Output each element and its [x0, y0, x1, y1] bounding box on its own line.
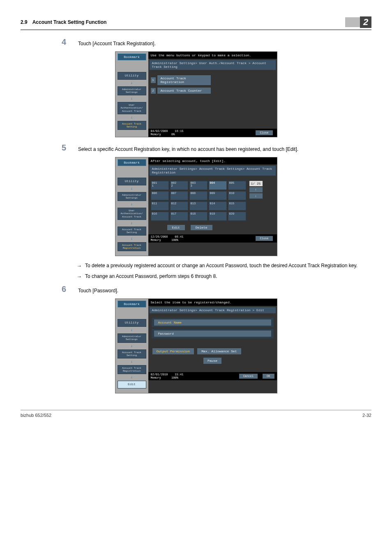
- password-button[interactable]: Password: [154, 331, 271, 337]
- footer-time: 15:41: [175, 373, 183, 376]
- footer-memory-label: Memory: [151, 133, 161, 136]
- account-cell[interactable]: 011: [151, 201, 169, 210]
- status-bar: 12/26/2008 08:41 Memory 100% Close: [148, 234, 277, 243]
- chevron-down-icon: ↓: [118, 344, 146, 348]
- chevron-down-icon: ↓: [118, 116, 146, 120]
- page-down-button[interactable]: ↓: [249, 193, 263, 199]
- sidebar-item-account-track-setting[interactable]: Account Track Setting: [118, 349, 146, 358]
- chapter-number: 2: [360, 16, 371, 28]
- close-button[interactable]: Close: [256, 236, 272, 241]
- arrow-icon: →: [76, 273, 82, 281]
- chevron-down-icon: ↓: [118, 237, 146, 241]
- account-cell[interactable]: 006: [151, 191, 169, 200]
- instruction-text: Use the menu buttons or keypad to make a…: [148, 52, 277, 59]
- account-cell[interactable]: 008: [189, 191, 208, 200]
- step-4: 4 Touch [Account Track Registration].: [62, 37, 371, 47]
- account-cell[interactable]: 017: [170, 212, 188, 221]
- bullet-text: To delete a previously registered accoun…: [85, 262, 357, 269]
- chevron-down-icon: ↓: [118, 81, 146, 85]
- status-bar: 04/02/2009 16:15 Memory 0% Close: [148, 129, 277, 137]
- edit-button[interactable]: Edit: [167, 225, 185, 230]
- ok-button[interactable]: OK: [263, 374, 274, 379]
- bullet-text: To change an Account Password, perform s…: [85, 273, 217, 280]
- account-cell[interactable]: 015: [228, 201, 246, 210]
- sidebar-item-edit[interactable]: Edit: [118, 381, 146, 388]
- screenshot-1: Bookmark Utility ↓ Administrator Setting…: [115, 51, 277, 137]
- screenshot-3: Bookmark Utility ↓ Administrator Setting…: [115, 298, 277, 393]
- sidebar-item-account-track-setting[interactable]: Account Track Setting: [118, 121, 146, 130]
- bookmark-button[interactable]: Bookmark: [118, 301, 146, 308]
- footer-page-number: 2-32: [362, 413, 371, 418]
- step-number: 4: [62, 37, 78, 47]
- delete-button[interactable]: Delete: [191, 225, 212, 230]
- close-button[interactable]: Close: [256, 130, 272, 135]
- pause-button[interactable]: Pause: [203, 358, 221, 364]
- account-cell[interactable]: 019: [209, 212, 227, 221]
- page-footer: bizhub 652/552 2-32: [21, 410, 371, 418]
- account-cell[interactable]: 009: [209, 191, 227, 200]
- list-item: → To change an Account Password, perform…: [76, 273, 371, 281]
- menu-index-1: 1: [151, 77, 156, 83]
- sidebar-item-utility[interactable]: Utility: [118, 319, 146, 327]
- footer-date: 12/26/2008: [151, 235, 168, 238]
- sidebar-item-user-auth[interactable]: User Authentication/ Account Track: [118, 208, 146, 220]
- step-text: Touch [Password].: [78, 284, 118, 294]
- account-cell[interactable]: 010: [228, 191, 246, 200]
- footer-memory-label: Memory: [151, 376, 161, 379]
- footer-memory-label: Memory: [151, 238, 161, 242]
- sidebar-item-utility[interactable]: Utility: [118, 178, 146, 185]
- sidebar: Bookmark Utility ↓ Administrator Setting…: [115, 157, 148, 256]
- step-number: 5: [62, 143, 78, 153]
- output-permission-button[interactable]: Output Permission: [152, 348, 194, 354]
- sidebar-item-admin-settings[interactable]: Administrator Settings: [118, 192, 146, 201]
- sidebar-item-user-auth[interactable]: User Authentication/ Account Track: [118, 102, 146, 114]
- account-cell[interactable]: 007: [170, 191, 188, 200]
- footer-date: 02/01/2010: [151, 373, 168, 376]
- max-allowance-set-button[interactable]: Max. Allowance Set: [197, 348, 241, 354]
- main-area: Select the item to be registered/changed…: [148, 299, 277, 393]
- account-cell[interactable]: 016: [151, 212, 169, 221]
- step-6: 6 Touch [Password].: [62, 284, 371, 294]
- bookmark-button[interactable]: Bookmark: [118, 53, 146, 60]
- chevron-down-icon: ↓: [118, 97, 146, 101]
- status-bar: 02/01/2010 15:41 Memory 100% Cancel OK: [148, 372, 277, 380]
- breadcrumb: Administrator Settings> Account Track Re…: [150, 307, 276, 313]
- account-cell-selected[interactable]: 004: [209, 181, 227, 190]
- account-track-counter-button[interactable]: Account Track Counter: [157, 88, 211, 94]
- instruction-text: Select the item to be registered/changed…: [148, 299, 277, 306]
- bookmark-button[interactable]: Bookmark: [118, 159, 146, 166]
- account-cell[interactable]: 0011: [151, 181, 169, 190]
- screenshot-2: Bookmark Utility ↓ Administrator Setting…: [115, 157, 277, 256]
- section-number: 2.9: [21, 19, 28, 25]
- chevron-down-icon: ↓: [118, 328, 146, 332]
- page-up-button[interactable]: ↑: [249, 187, 263, 192]
- sidebar-item-account-track-registration[interactable]: Account Track Registration: [118, 242, 146, 251]
- account-cell[interactable]: 0022: [170, 181, 188, 190]
- account-cell[interactable]: 012: [170, 201, 188, 210]
- footer-date: 04/02/2009: [151, 130, 168, 133]
- page-indicator: 1/ 25: [249, 181, 263, 186]
- main-area: Use the menu buttons or keypad to make a…: [148, 52, 277, 137]
- sidebar-item-account-track-registration[interactable]: Account Track Registration: [118, 365, 146, 374]
- account-name-button[interactable]: Account Name: [154, 319, 271, 326]
- sidebar-item-account-track-setting[interactable]: Account Track Setting: [118, 227, 146, 236]
- account-cell[interactable]: 005: [228, 181, 246, 190]
- step-number: 6: [62, 284, 78, 294]
- chevron-down-icon: ↓: [118, 202, 146, 206]
- account-cell[interactable]: 018: [189, 212, 208, 221]
- list-item: → To delete a previously registered acco…: [76, 262, 371, 270]
- chevron-down-icon: ↓: [118, 221, 146, 225]
- account-cell[interactable]: 0033: [189, 181, 208, 190]
- cancel-button[interactable]: Cancel: [239, 374, 258, 379]
- account-cell[interactable]: 013: [189, 201, 208, 210]
- footer-model: bizhub 652/552: [21, 413, 51, 418]
- sidebar-item-admin-settings[interactable]: Administrator Settings: [118, 86, 146, 95]
- account-cell[interactable]: 020: [228, 212, 246, 221]
- menu-index-2: 2: [151, 88, 156, 94]
- account-cell[interactable]: 014: [209, 201, 227, 210]
- step-text: Touch [Account Track Registration].: [78, 37, 156, 47]
- chevron-down-icon: ↓: [118, 360, 146, 364]
- sidebar-item-admin-settings[interactable]: Administrator Settings: [118, 333, 146, 342]
- account-track-registration-button[interactable]: Account Track Registration: [157, 75, 211, 85]
- sidebar-item-utility[interactable]: Utility: [118, 72, 146, 80]
